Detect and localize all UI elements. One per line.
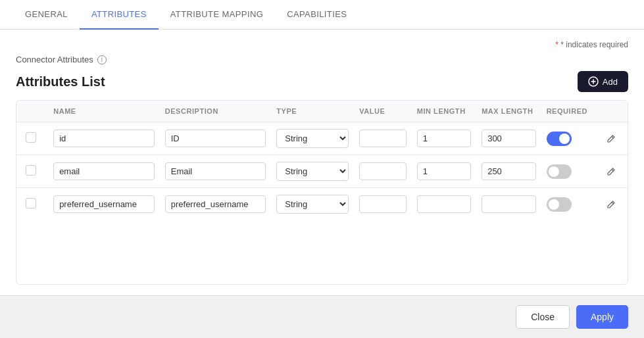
svg-line-5 — [612, 202, 614, 204]
apply-button[interactable]: Apply — [576, 305, 628, 329]
row3-minlen-input[interactable] — [417, 195, 471, 213]
col-header-description: DESCRIPTION — [160, 101, 272, 122]
col-header-required: REQUIRED — [541, 101, 599, 122]
row2-minlen-input[interactable] — [417, 162, 471, 180]
row3-type-select[interactable]: String Integer Boolean — [276, 195, 349, 214]
attrs-header: Attributes List Add — [16, 71, 628, 92]
row2-value-input[interactable] — [359, 162, 407, 180]
add-icon — [588, 76, 599, 87]
row1-name-cell — [48, 122, 160, 155]
table-row: String Integer Boolean — [16, 188, 628, 221]
tab-attribute-mapping[interactable]: ATTRIBUTE MAPPING — [159, 0, 275, 30]
row1-checkbox-cell — [16, 122, 48, 155]
col-header-value: VALUE — [354, 101, 412, 122]
row1-checkbox[interactable] — [26, 132, 36, 143]
row2-edit-button[interactable] — [604, 164, 618, 179]
table-row: String Integer Boolean — [16, 122, 628, 155]
row3-minlen-cell — [412, 188, 476, 221]
row1-minlen-cell — [412, 122, 476, 155]
row2-required-toggle[interactable] — [547, 164, 572, 179]
row2-desc-input[interactable] — [165, 162, 266, 180]
tab-general[interactable]: GENERAL — [13, 0, 80, 30]
edit-icon — [607, 134, 616, 143]
row3-checkbox-cell — [16, 188, 48, 221]
row3-edit-cell — [599, 188, 628, 221]
svg-line-4 — [612, 169, 614, 171]
row2-desc-cell — [160, 155, 272, 188]
row3-edit-button[interactable] — [604, 197, 618, 212]
tab-attributes[interactable]: ATTRIBUTES — [80, 0, 159, 30]
row1-toggle-slider — [547, 132, 572, 146]
row1-desc-input[interactable] — [165, 130, 266, 147]
row1-required-toggle[interactable] — [547, 132, 572, 146]
row1-required-cell — [541, 122, 599, 155]
row1-edit-cell — [599, 122, 628, 155]
row3-value-input[interactable] — [359, 195, 407, 213]
row1-value-cell — [354, 122, 412, 155]
row2-edit-cell — [599, 155, 628, 188]
table-body: String Integer Boolean — [16, 122, 628, 221]
required-star: * — [555, 40, 558, 49]
row3-name-input[interactable] — [53, 195, 155, 213]
required-note: * * indicates required — [16, 40, 628, 49]
table-header: NAME DESCRIPTION TYPE VALUE MIN LENGTH M… — [16, 101, 628, 122]
tab-bar: GENERAL ATTRIBUTES ATTRIBUTE MAPPING CAP… — [0, 0, 644, 30]
row3-toggle-slider — [547, 197, 572, 212]
col-header-checkbox — [16, 101, 48, 122]
connector-attrs-label: Connector Attributes i — [16, 55, 628, 64]
table-row: String Integer Boolean — [16, 155, 628, 188]
col-header-min-length: MIN LENGTH — [412, 101, 476, 122]
row1-desc-cell — [160, 122, 272, 155]
row2-checkbox[interactable] — [26, 165, 36, 176]
attributes-table: NAME DESCRIPTION TYPE VALUE MIN LENGTH M… — [16, 101, 628, 220]
row2-required-cell — [541, 155, 599, 188]
row3-maxlen-input[interactable] — [482, 195, 535, 213]
row2-name-cell — [48, 155, 160, 188]
row2-value-cell — [354, 155, 412, 188]
close-button[interactable]: Close — [516, 305, 570, 329]
row2-minlen-cell — [412, 155, 476, 188]
add-button[interactable]: Add — [578, 71, 628, 92]
col-header-edit — [599, 101, 628, 122]
col-header-name: NAME — [48, 101, 160, 122]
col-header-max-length: MAX LENGTH — [476, 101, 541, 122]
row3-required-cell — [541, 188, 599, 221]
tab-capabilities[interactable]: CAPABILITIES — [275, 0, 359, 30]
row2-type-cell: String Integer Boolean — [271, 155, 354, 188]
row3-checkbox[interactable] — [26, 198, 36, 208]
row3-name-cell — [48, 188, 160, 221]
row3-value-cell — [354, 188, 412, 221]
svg-line-3 — [612, 136, 614, 138]
attributes-table-container: NAME DESCRIPTION TYPE VALUE MIN LENGTH M… — [16, 100, 628, 285]
row3-required-toggle[interactable] — [547, 197, 572, 212]
row2-name-input[interactable] — [53, 162, 155, 180]
col-header-type: TYPE — [271, 101, 354, 122]
row1-maxlen-input[interactable] — [482, 130, 535, 147]
row2-maxlen-cell — [476, 155, 541, 188]
row2-toggle-slider — [547, 164, 572, 179]
row1-maxlen-cell — [476, 122, 541, 155]
row2-maxlen-input[interactable] — [482, 162, 535, 180]
info-icon[interactable]: i — [97, 55, 107, 64]
attrs-title: Attributes List — [16, 74, 105, 89]
row2-checkbox-cell — [16, 155, 48, 188]
footer: Close Apply — [0, 295, 644, 338]
row1-value-input[interactable] — [359, 130, 407, 147]
row2-type-select[interactable]: String Integer Boolean — [276, 162, 349, 181]
row1-edit-button[interactable] — [604, 132, 618, 146]
row3-maxlen-cell — [476, 188, 541, 221]
edit-icon — [607, 200, 616, 209]
row3-desc-input[interactable] — [165, 195, 266, 213]
row1-name-input[interactable] — [53, 130, 155, 147]
edit-icon — [607, 167, 616, 176]
row1-type-select[interactable]: String Integer Boolean — [276, 129, 349, 148]
row3-desc-cell — [160, 188, 272, 221]
content-area: * * indicates required Connector Attribu… — [0, 30, 644, 295]
row1-minlen-input[interactable] — [417, 130, 471, 147]
row3-type-cell: String Integer Boolean — [271, 188, 354, 221]
row1-type-cell: String Integer Boolean — [271, 122, 354, 155]
